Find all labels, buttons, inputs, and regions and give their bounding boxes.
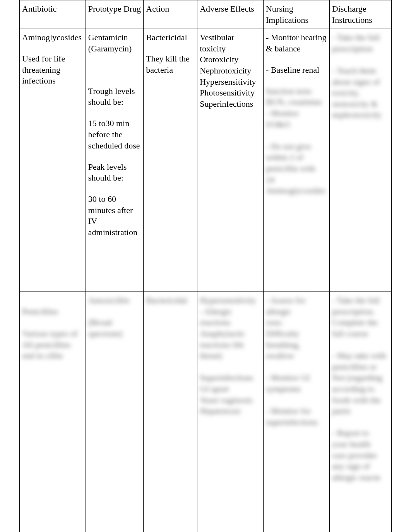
blurred-content: Penicillins Various types of All penicil… (22, 295, 83, 361)
cell-action: Bactericidal They kill the bacteria (144, 29, 197, 292)
header-antibiotic: Antibiotic (20, 0, 86, 29)
cell-nursing: - Monitor hearing & balance - Baseline r… (263, 29, 329, 292)
blurred-content: Hypersensitivity - Allergic reactions An… (200, 295, 261, 417)
cell-nursing: - Assess for allergic rxns: Difficulty b… (263, 292, 329, 532)
blurred-content: Bactericidal (146, 295, 195, 306)
blurred-content: - Assess for allergic rxns: Difficulty b… (266, 295, 327, 428)
adverse-line: Ototoxicity (200, 54, 261, 65)
cell-adverse: Vestibular toxicity Ototoxicity Nephroto… (197, 29, 264, 292)
adverse-line: Photosensitivity (200, 87, 261, 99)
adverse-line: Hypersensitivity (200, 77, 261, 88)
cell-prototype: Amoxicillin (Broad spectrum) (86, 292, 143, 532)
action-line: They kill the bacteria (146, 53, 195, 75)
header-adverse: Adverse Effects (197, 0, 264, 29)
action-line: Bactericidal (146, 32, 195, 43)
trough-value: 15 to30 min before the scheduled dose (88, 118, 141, 151)
document-page: Antibiotic Prototype Drug Action Adverse… (0, 0, 411, 532)
cell-action: Bactericidal (144, 292, 197, 532)
header-discharge: Discharge Instructions (329, 0, 391, 29)
blurred-content: - Take the full prescription - Teach the… (332, 32, 389, 121)
blurred-content: function tests BUN, creatinine - Monitor… (266, 86, 327, 196)
nursing-line: - Baseline renal (266, 65, 327, 76)
header-nursing: Nursing Implications (263, 0, 329, 29)
table-row: Aminoglycosides Used for life threatenin… (20, 29, 392, 292)
adverse-line: Nephrotoxicity (200, 65, 261, 77)
antibiotics-table: Antibiotic Prototype Drug Action Adverse… (19, 0, 392, 532)
prototype-name: Gentamicin (Garamycin) (88, 32, 141, 54)
table-row: Penicillins Various types of All penicil… (20, 292, 392, 532)
adverse-line: Superinfections (200, 99, 261, 110)
blurred-content: Amoxicillin (Broad spectrum) (88, 295, 141, 339)
antibiotic-use: Used for life threatening infections (22, 53, 83, 87)
blurred-content: - Take the full prescription. Complete t… (332, 295, 389, 483)
cell-discharge: - Take the full prescription - Teach the… (329, 29, 391, 292)
cell-prototype: Gentamicin (Garamycin) Trough levels sho… (86, 29, 143, 292)
peak-value: 30 to 60 minutes after IV administration (88, 194, 141, 238)
antibiotic-name: Aminoglycosides (22, 32, 83, 43)
peak-label: Peak levels should be: (88, 162, 141, 184)
cell-antibiotic: Penicillins Various types of All penicil… (20, 292, 86, 532)
header-action: Action (144, 0, 197, 29)
table-header-row: Antibiotic Prototype Drug Action Adverse… (20, 0, 392, 29)
trough-label: Trough levels should be: (88, 86, 141, 108)
cell-adverse: Hypersensitivity - Allergic reactions An… (197, 292, 264, 532)
adverse-line: Vestibular toxicity (200, 32, 261, 54)
cell-antibiotic: Aminoglycosides Used for life threatenin… (20, 29, 86, 292)
cell-discharge: - Take the full prescription. Complete t… (329, 292, 391, 532)
header-prototype: Prototype Drug (86, 0, 143, 29)
nursing-line: - Monitor hearing & balance (266, 32, 327, 54)
